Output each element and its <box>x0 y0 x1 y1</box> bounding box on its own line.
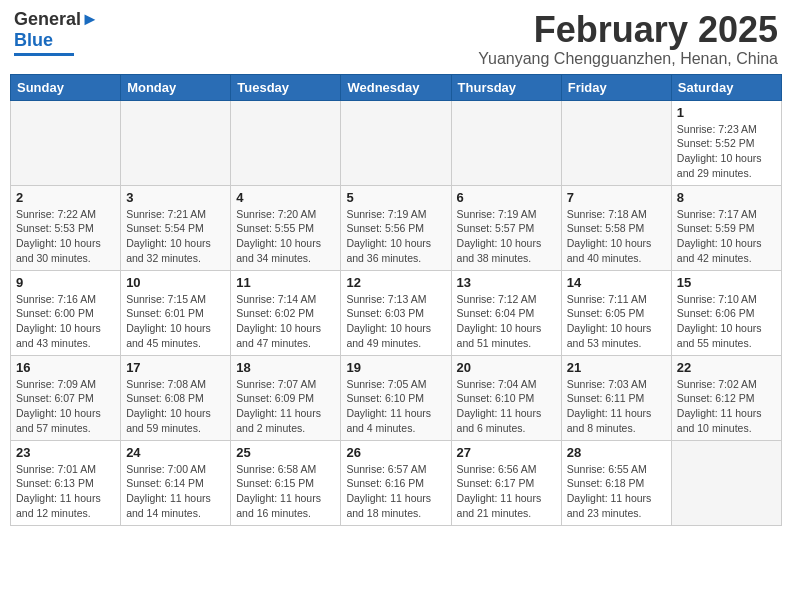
calendar-cell: 24Sunrise: 7:00 AM Sunset: 6:14 PM Dayli… <box>121 440 231 525</box>
day-number: 7 <box>567 190 666 205</box>
day-number: 27 <box>457 445 556 460</box>
day-number: 24 <box>126 445 225 460</box>
week-row-1: 1Sunrise: 7:23 AM Sunset: 5:52 PM Daylig… <box>11 100 782 185</box>
day-info: Sunrise: 7:15 AM Sunset: 6:01 PM Dayligh… <box>126 292 225 351</box>
day-number: 5 <box>346 190 445 205</box>
day-number: 21 <box>567 360 666 375</box>
day-header-wednesday: Wednesday <box>341 74 451 100</box>
day-info: Sunrise: 7:22 AM Sunset: 5:53 PM Dayligh… <box>16 207 115 266</box>
calendar-cell: 20Sunrise: 7:04 AM Sunset: 6:10 PM Dayli… <box>451 355 561 440</box>
day-number: 18 <box>236 360 335 375</box>
day-info: Sunrise: 7:23 AM Sunset: 5:52 PM Dayligh… <box>677 122 776 181</box>
day-header-tuesday: Tuesday <box>231 74 341 100</box>
day-number: 17 <box>126 360 225 375</box>
day-number: 20 <box>457 360 556 375</box>
calendar-cell: 1Sunrise: 7:23 AM Sunset: 5:52 PM Daylig… <box>671 100 781 185</box>
calendar-cell: 26Sunrise: 6:57 AM Sunset: 6:16 PM Dayli… <box>341 440 451 525</box>
day-number: 14 <box>567 275 666 290</box>
day-info: Sunrise: 7:09 AM Sunset: 6:07 PM Dayligh… <box>16 377 115 436</box>
calendar-cell: 13Sunrise: 7:12 AM Sunset: 6:04 PM Dayli… <box>451 270 561 355</box>
calendar-cell <box>341 100 451 185</box>
day-info: Sunrise: 7:12 AM Sunset: 6:04 PM Dayligh… <box>457 292 556 351</box>
day-info: Sunrise: 7:20 AM Sunset: 5:55 PM Dayligh… <box>236 207 335 266</box>
calendar-table: SundayMondayTuesdayWednesdayThursdayFrid… <box>10 74 782 526</box>
logo-blue-text: Blue <box>14 30 53 51</box>
day-number: 28 <box>567 445 666 460</box>
day-info: Sunrise: 7:10 AM Sunset: 6:06 PM Dayligh… <box>677 292 776 351</box>
calendar-cell: 28Sunrise: 6:55 AM Sunset: 6:18 PM Dayli… <box>561 440 671 525</box>
week-row-5: 23Sunrise: 7:01 AM Sunset: 6:13 PM Dayli… <box>11 440 782 525</box>
calendar-cell: 22Sunrise: 7:02 AM Sunset: 6:12 PM Dayli… <box>671 355 781 440</box>
week-row-4: 16Sunrise: 7:09 AM Sunset: 6:07 PM Dayli… <box>11 355 782 440</box>
day-number: 4 <box>236 190 335 205</box>
day-number: 8 <box>677 190 776 205</box>
calendar-cell: 23Sunrise: 7:01 AM Sunset: 6:13 PM Dayli… <box>11 440 121 525</box>
day-number: 13 <box>457 275 556 290</box>
day-info: Sunrise: 7:14 AM Sunset: 6:02 PM Dayligh… <box>236 292 335 351</box>
day-info: Sunrise: 6:57 AM Sunset: 6:16 PM Dayligh… <box>346 462 445 521</box>
day-info: Sunrise: 7:21 AM Sunset: 5:54 PM Dayligh… <box>126 207 225 266</box>
calendar-cell: 16Sunrise: 7:09 AM Sunset: 6:07 PM Dayli… <box>11 355 121 440</box>
calendar-cell: 5Sunrise: 7:19 AM Sunset: 5:56 PM Daylig… <box>341 185 451 270</box>
day-info: Sunrise: 7:17 AM Sunset: 5:59 PM Dayligh… <box>677 207 776 266</box>
day-info: Sunrise: 7:19 AM Sunset: 5:56 PM Dayligh… <box>346 207 445 266</box>
calendar-cell: 4Sunrise: 7:20 AM Sunset: 5:55 PM Daylig… <box>231 185 341 270</box>
calendar-cell <box>231 100 341 185</box>
location-subtitle: Yuanyang Chengguanzhen, Henan, China <box>478 50 778 68</box>
day-header-saturday: Saturday <box>671 74 781 100</box>
calendar-cell: 11Sunrise: 7:14 AM Sunset: 6:02 PM Dayli… <box>231 270 341 355</box>
page-header: General► Blue February 2025 Yuanyang Che… <box>10 10 782 68</box>
day-info: Sunrise: 7:05 AM Sunset: 6:10 PM Dayligh… <box>346 377 445 436</box>
day-info: Sunrise: 6:56 AM Sunset: 6:17 PM Dayligh… <box>457 462 556 521</box>
calendar-cell: 2Sunrise: 7:22 AM Sunset: 5:53 PM Daylig… <box>11 185 121 270</box>
day-number: 25 <box>236 445 335 460</box>
week-row-2: 2Sunrise: 7:22 AM Sunset: 5:53 PM Daylig… <box>11 185 782 270</box>
logo-blue: ► <box>81 9 99 29</box>
day-info: Sunrise: 7:04 AM Sunset: 6:10 PM Dayligh… <box>457 377 556 436</box>
calendar-cell <box>671 440 781 525</box>
month-title: February 2025 <box>478 10 778 50</box>
calendar-cell: 8Sunrise: 7:17 AM Sunset: 5:59 PM Daylig… <box>671 185 781 270</box>
day-info: Sunrise: 7:11 AM Sunset: 6:05 PM Dayligh… <box>567 292 666 351</box>
day-info: Sunrise: 7:07 AM Sunset: 6:09 PM Dayligh… <box>236 377 335 436</box>
calendar-cell: 9Sunrise: 7:16 AM Sunset: 6:00 PM Daylig… <box>11 270 121 355</box>
calendar-cell <box>561 100 671 185</box>
day-number: 19 <box>346 360 445 375</box>
calendar-cell: 3Sunrise: 7:21 AM Sunset: 5:54 PM Daylig… <box>121 185 231 270</box>
calendar-cell: 6Sunrise: 7:19 AM Sunset: 5:57 PM Daylig… <box>451 185 561 270</box>
day-number: 1 <box>677 105 776 120</box>
calendar-header-row: SundayMondayTuesdayWednesdayThursdayFrid… <box>11 74 782 100</box>
logo-text: General► <box>14 10 99 30</box>
calendar-cell: 10Sunrise: 7:15 AM Sunset: 6:01 PM Dayli… <box>121 270 231 355</box>
day-header-thursday: Thursday <box>451 74 561 100</box>
calendar-cell: 15Sunrise: 7:10 AM Sunset: 6:06 PM Dayli… <box>671 270 781 355</box>
day-number: 23 <box>16 445 115 460</box>
day-number: 11 <box>236 275 335 290</box>
day-number: 6 <box>457 190 556 205</box>
day-info: Sunrise: 6:58 AM Sunset: 6:15 PM Dayligh… <box>236 462 335 521</box>
day-number: 26 <box>346 445 445 460</box>
calendar-cell: 18Sunrise: 7:07 AM Sunset: 6:09 PM Dayli… <box>231 355 341 440</box>
calendar-cell: 14Sunrise: 7:11 AM Sunset: 6:05 PM Dayli… <box>561 270 671 355</box>
day-info: Sunrise: 7:16 AM Sunset: 6:00 PM Dayligh… <box>16 292 115 351</box>
day-info: Sunrise: 7:00 AM Sunset: 6:14 PM Dayligh… <box>126 462 225 521</box>
day-info: Sunrise: 7:02 AM Sunset: 6:12 PM Dayligh… <box>677 377 776 436</box>
day-header-friday: Friday <box>561 74 671 100</box>
day-info: Sunrise: 7:08 AM Sunset: 6:08 PM Dayligh… <box>126 377 225 436</box>
title-area: February 2025 Yuanyang Chengguanzhen, He… <box>478 10 778 68</box>
day-number: 12 <box>346 275 445 290</box>
day-info: Sunrise: 7:01 AM Sunset: 6:13 PM Dayligh… <box>16 462 115 521</box>
calendar-cell <box>121 100 231 185</box>
day-info: Sunrise: 7:19 AM Sunset: 5:57 PM Dayligh… <box>457 207 556 266</box>
day-number: 2 <box>16 190 115 205</box>
day-number: 3 <box>126 190 225 205</box>
day-number: 9 <box>16 275 115 290</box>
calendar-cell: 27Sunrise: 6:56 AM Sunset: 6:17 PM Dayli… <box>451 440 561 525</box>
calendar-cell <box>11 100 121 185</box>
calendar-cell: 12Sunrise: 7:13 AM Sunset: 6:03 PM Dayli… <box>341 270 451 355</box>
calendar-cell: 25Sunrise: 6:58 AM Sunset: 6:15 PM Dayli… <box>231 440 341 525</box>
day-number: 10 <box>126 275 225 290</box>
day-number: 15 <box>677 275 776 290</box>
calendar-cell: 21Sunrise: 7:03 AM Sunset: 6:11 PM Dayli… <box>561 355 671 440</box>
logo: General► Blue <box>14 10 99 56</box>
